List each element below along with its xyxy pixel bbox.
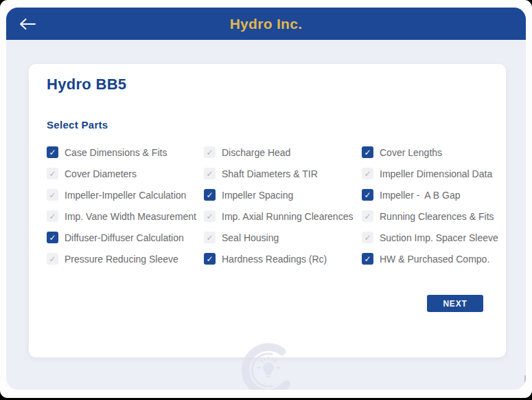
checkbox-icon[interactable]: [47, 253, 58, 265]
checkbox-icon[interactable]: [47, 210, 58, 222]
card-title: Hydro BB5: [47, 64, 488, 93]
checkbox-icon[interactable]: [362, 253, 373, 265]
scrollbar[interactable]: [524, 375, 526, 390]
checkbox-icon[interactable]: [362, 210, 373, 222]
part-label: Running Clearences & Fits: [380, 211, 494, 222]
checkbox-icon[interactable]: [362, 189, 373, 201]
part-item[interactable]: Discharge Head: [204, 142, 362, 163]
part-item[interactable]: Shaft Diameters & TIR: [204, 163, 362, 184]
parts-grid: Case Dimensions & Fits Discharge Head Co…: [47, 142, 488, 269]
part-label: Impeller Dimensional Data: [380, 168, 492, 179]
checkbox-icon[interactable]: [204, 232, 216, 243]
part-label: Imp. Axial Running Clearences: [222, 211, 353, 222]
checkbox-icon[interactable]: [204, 189, 216, 201]
part-item[interactable]: Pressure Reducing Sleeve: [47, 248, 204, 269]
part-label: HW & Purchased Compo.: [380, 254, 489, 265]
part-label: Pressure Reducing Sleeve: [65, 254, 178, 265]
part-item[interactable]: Running Clearences & Fits: [362, 205, 498, 227]
part-item[interactable]: Impeller-Impeller Calculation: [47, 184, 204, 205]
checkbox-icon[interactable]: [204, 146, 216, 158]
part-item[interactable]: Cover Lengths: [362, 142, 498, 163]
next-button[interactable]: NEXT: [427, 295, 483, 312]
checkbox-icon[interactable]: [362, 146, 373, 158]
part-label: Imp. Vane Width Measurement: [65, 211, 196, 222]
part-label: Impeller - A B Gap: [380, 190, 461, 201]
part-item[interactable]: Diffuser-Diffuser Calculation: [47, 227, 204, 248]
checkbox-icon[interactable]: [362, 168, 373, 179]
app-screen: Hydro Inc. Hydro BB5 Select Parts Case D…: [6, 8, 526, 390]
checkbox-icon[interactable]: [47, 168, 58, 179]
checkbox-icon[interactable]: [204, 168, 216, 179]
part-label: Shaft Diameters & TIR: [222, 168, 318, 179]
checkbox-icon[interactable]: [47, 232, 58, 243]
select-parts-heading: Select Parts: [47, 119, 488, 131]
pump-card: Hydro BB5 Select Parts Case Dimensions &…: [29, 64, 506, 357]
part-item[interactable]: Case Dimensions & Fits: [47, 142, 204, 163]
app-title: Hydro Inc.: [230, 16, 303, 32]
part-label: Impeller-Impeller Calculation: [65, 190, 186, 201]
checkbox-icon[interactable]: [204, 253, 216, 265]
part-item[interactable]: Impeller Spacing: [204, 184, 362, 205]
checkbox-icon[interactable]: [47, 189, 58, 201]
part-label: Cover Lengths: [380, 147, 442, 158]
part-label: Seal Housing: [222, 232, 279, 243]
part-label: Case Dimensions & Fits: [65, 147, 167, 158]
part-item[interactable]: Imp. Vane Width Measurement: [47, 205, 204, 227]
part-label: Cover Diameters: [65, 168, 137, 179]
part-item[interactable]: Cover Diameters: [47, 163, 204, 184]
part-item[interactable]: Imp. Axial Running Clearences: [204, 205, 362, 227]
part-label: Impeller Spacing: [222, 190, 293, 201]
back-button[interactable]: [16, 14, 39, 34]
part-item[interactable]: Suction Imp. Spacer Sleeve: [362, 227, 498, 248]
checkbox-icon[interactable]: [47, 146, 58, 158]
arrow-left-icon: [19, 17, 36, 31]
part-item[interactable]: Impeller Dimensional Data: [362, 163, 498, 184]
app-header: Hydro Inc.: [6, 8, 526, 40]
part-label: Diffuser-Diffuser Calculation: [65, 232, 184, 243]
checkbox-icon[interactable]: [204, 210, 216, 222]
screenshot-canvas: Hydro Inc. Hydro BB5 Select Parts Case D…: [0, 0, 532, 398]
checkbox-icon[interactable]: [362, 232, 373, 243]
part-item[interactable]: Hardness Readings (Rc): [204, 248, 362, 269]
part-label: Discharge Head: [222, 147, 290, 158]
part-item[interactable]: Impeller - A B Gap: [362, 184, 498, 205]
part-label: Suction Imp. Spacer Sleeve: [380, 232, 498, 243]
next-row: NEXT: [47, 295, 488, 312]
part-item[interactable]: Seal Housing: [204, 227, 362, 248]
part-item[interactable]: HW & Purchased Compo.: [362, 248, 498, 269]
part-label: Hardness Readings (Rc): [222, 254, 327, 265]
